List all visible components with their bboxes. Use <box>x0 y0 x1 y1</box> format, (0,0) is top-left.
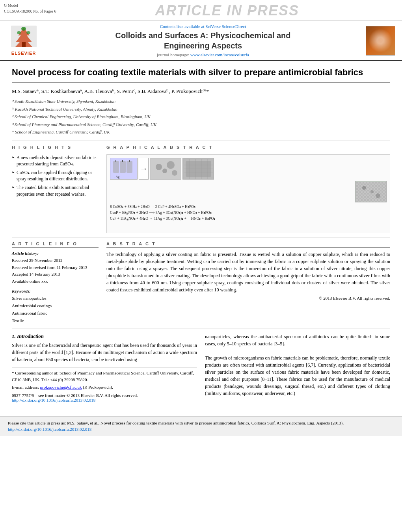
svg-text:→ Ag: → Ag <box>112 175 119 179</box>
journal-header: ELSEVIER Contents lists available at Sci… <box>0 21 402 61</box>
highlight-item-2: CuSO₄ can be applied through dipping or … <box>12 169 99 182</box>
ga-equation-2: Cu₂P + 6AgNO₃ + 2H₂O ⟹ 5Ag + 3Cu(NO₃)₂ +… <box>110 210 387 216</box>
introduction-col-left: 1. Introduction Silver is one of the bac… <box>12 333 197 402</box>
article-history-label: Article history: <box>12 251 99 256</box>
highlight-item-1: A new methods to deposit silver on fabri… <box>12 154 99 167</box>
introduction-text-col2: nanoparticles, whereas the antibacterial… <box>205 333 390 397</box>
keywords-section: Keywords: Silver nanoparticles Antimicro… <box>12 289 99 324</box>
affil-e: ᵉ School of Engineering, Cardiff Univers… <box>12 129 390 136</box>
authors: M.S. Sataevᵃ, S.T. Koshkarbaevaᵃ, A.B. T… <box>12 87 390 95</box>
svg-rect-2 <box>22 42 26 47</box>
ga-arrow-1: → <box>139 158 149 180</box>
ga-micro-image-1 <box>150 158 181 180</box>
doi-link[interactable]: http://dx.doi.org/10.1016/j.colsurfa.201… <box>12 398 95 402</box>
introduction-title: 1. Introduction <box>12 333 197 339</box>
svg-point-15 <box>162 169 167 173</box>
journal-title: Colloids and Surfaces A: Physicochemical… <box>51 30 355 51</box>
introduction-col-right: nanoparticles, whereas the antibacterial… <box>205 333 390 402</box>
keyword-1: Silver nanoparticles <box>12 295 99 302</box>
svg-point-3 <box>21 27 26 31</box>
accepted-date: Accepted 14 February 2013 <box>12 271 99 278</box>
ga-images-top: → Ag → <box>110 158 387 180</box>
graphical-abstract-box: → Ag → <box>106 154 390 233</box>
highlight-item-3: The coated fabric exhibits antimicrobial… <box>12 184 99 197</box>
svg-rect-8 <box>127 161 132 173</box>
svg-point-5 <box>26 31 30 34</box>
graphical-abstract-col: G R A P H I C A L A B S T R A C T → Ag <box>106 145 390 233</box>
available-date: Available online xxx <box>12 278 99 285</box>
elsevier-tree-icon <box>11 26 37 49</box>
ga-equation-1: 8 CuSO₄ + 3SiH₄ + 2H₂O → 2 CuP + 4H₂SO₄ … <box>110 204 387 210</box>
affiliations: ᵃ South Kazakhstan State University, Shy… <box>12 98 390 141</box>
svg-point-16 <box>167 161 175 169</box>
svg-point-31 <box>362 186 366 190</box>
affil-d: ᵈ School of Pharmacy and Pharmaceutical … <box>12 121 390 128</box>
affil-b: ᵇ Kazakh National Technical University, … <box>12 106 390 113</box>
abstract-copyright: © 2013 Elsevier B.V. All rights reserved… <box>106 296 390 300</box>
main-content: Novel process for coating textile materi… <box>0 61 402 412</box>
received-date: Received 29 November 2012 <box>12 257 99 264</box>
journal-cover-icon <box>366 26 395 56</box>
abstract-col: A B S T R A C T The technology of applyi… <box>106 241 390 324</box>
keywords-list: Silver nanoparticles Antimicrobial coati… <box>12 295 99 324</box>
svg-point-33 <box>376 193 380 198</box>
sciverse-link: Contents lists available at SciVerse Sci… <box>51 24 355 29</box>
ga-fabric-image <box>355 181 387 202</box>
affil-a: ᵃ South Kazakhstan State University, Shy… <box>12 98 390 105</box>
svg-rect-7 <box>120 161 126 173</box>
issn-text: 0927-7757/$ – see front matter © 2013 El… <box>12 393 197 398</box>
ga-micro-image-2 <box>182 158 214 180</box>
email-link[interactable]: prokopovichp@cf.ac.uk <box>40 385 82 389</box>
highlights-list: A new methods to deposit silver on fabri… <box>12 154 99 197</box>
keyword-2: Antimicrobial coatings <box>12 302 99 310</box>
article-info-label: A R T I C L E I N F O <box>12 241 99 248</box>
article-title: Novel process for coating textile materi… <box>12 67 390 83</box>
elsevier-logo-left: ELSEVIER <box>4 24 43 57</box>
highlights-graphical-section: H I G H L I G H T S A new methods to dep… <box>12 145 390 237</box>
bottom-citation-bar: Please cite this article in press as: M.… <box>0 416 402 436</box>
email-footnote: E-mail address: prokopovichp@cf.ac.uk (P… <box>12 384 197 391</box>
journal-info: Contents lists available at SciVerse Sci… <box>43 24 363 57</box>
homepage-link[interactable]: www.elsevier.com/locate/colsurfa <box>190 52 249 57</box>
citation-doi-link[interactable]: http://dx.doi.org/10.1016/j.colsurfa.201… <box>8 427 91 432</box>
article-info-col: A R T I C L E I N F O Article history: R… <box>12 241 99 324</box>
affil-c: ᶜ School of Chemical Engineering, Univer… <box>12 113 390 120</box>
article-dates: Received 29 November 2012 Received in re… <box>12 257 99 285</box>
svg-point-4 <box>17 31 21 34</box>
ga-flask-image: → Ag <box>110 158 138 180</box>
ga-equations: 8 CuSO₄ + 3SiH₄ + 2H₂O → 2 CuP + 4H₂SO₄ … <box>110 204 387 222</box>
svg-rect-6 <box>113 161 119 173</box>
journal-logo-right <box>363 24 398 57</box>
footnotes: * Corresponding author at: School of Pha… <box>12 367 197 391</box>
corresponding-author-note: * Corresponding author at: School of Pha… <box>12 370 197 383</box>
model-info: G Model COLSUA-18209; No. of Pages 6 <box>4 2 56 14</box>
ga-images-bottom <box>110 181 387 202</box>
highlights-label: H I G H L I G H T S <box>12 145 99 151</box>
highlights-col: H I G H L I G H T S A new methods to dep… <box>12 145 99 233</box>
abstract-label: A B S T R A C T <box>106 241 390 248</box>
ga-equation-3: CuP + 11AgNO₃ + 4H₂O → 11Ag + 3Cu(NO₃)₂ … <box>110 216 387 222</box>
keyword-4: Textile <box>12 317 99 324</box>
graphical-abstract-label: G R A P H I C A L A B S T R A C T <box>106 145 390 151</box>
abstract-text: The technology of applying a silver coat… <box>106 251 390 293</box>
svg-point-32 <box>370 190 374 193</box>
article-info-abstract-section: A R T I C L E I N F O Article history: R… <box>12 241 390 328</box>
doi-section: 0927-7757/$ – see front matter © 2013 El… <box>12 393 197 402</box>
top-header: G Model COLSUA-18209; No. of Pages 6 ART… <box>0 0 402 21</box>
elsevier-logo: ELSEVIER <box>11 26 37 56</box>
introduction-text-col1: Silver is one of the bactericidal and th… <box>12 342 197 363</box>
keywords-label: Keywords: <box>12 289 99 293</box>
svg-point-14 <box>156 164 162 170</box>
colsua-info: COLSUA-18209; No. of Pages 6 <box>4 8 56 14</box>
introduction-section: 1. Introduction Silver is one of the bac… <box>12 333 390 402</box>
citation-text: Please cite this article in press as: M.… <box>8 421 344 425</box>
svg-point-17 <box>172 170 177 176</box>
journal-homepage: journal homepage: www.elsevier.com/locat… <box>51 52 355 57</box>
article-in-press-banner: ARTICLE IN PRESS <box>56 2 398 19</box>
revised-date: Received in revised form 11 February 201… <box>12 264 99 271</box>
keyword-3: Antimicrobial fabric <box>12 310 99 317</box>
